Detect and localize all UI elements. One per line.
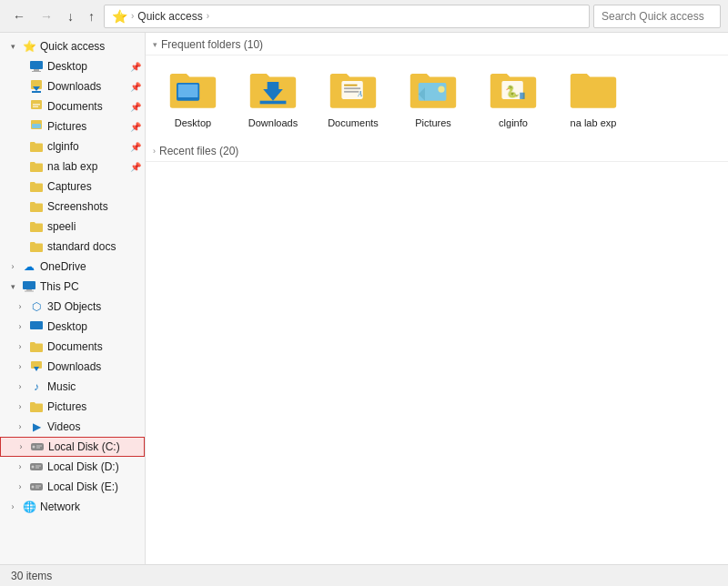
pc-desktop-icon bbox=[29, 319, 44, 334]
expand-icon-locald: › bbox=[15, 462, 25, 471]
sidebar-item-clginfo[interactable]: clginfo 📌 bbox=[0, 136, 145, 157]
sidebar-item-music[interactable]: › ♪ Music bbox=[0, 377, 145, 397]
svg-point-22 bbox=[32, 466, 35, 469]
sidebar-item-3dobjects[interactable]: › ⬡ 3D Objects bbox=[0, 297, 145, 317]
disk-c-icon bbox=[30, 440, 45, 454]
svg-rect-24 bbox=[35, 468, 39, 469]
sidebar-label-pictures: Pictures bbox=[47, 120, 86, 133]
svg-rect-7 bbox=[33, 104, 40, 106]
frequent-folders-label: Frequent folders (10) bbox=[161, 38, 263, 51]
folder-screenshots-icon bbox=[29, 199, 44, 214]
sidebar-label-3dobjects: 3D Objects bbox=[47, 300, 101, 313]
sidebar-item-standarddocs[interactable]: standard docs bbox=[0, 237, 145, 257]
folder-item-downloads[interactable]: Downloads bbox=[237, 63, 309, 132]
expand-icon-onedrive: › bbox=[7, 262, 18, 271]
pictures-icon bbox=[29, 119, 44, 134]
sidebar-item-speeli[interactable]: speeli bbox=[0, 217, 145, 237]
sidebar-label-nalab: na lab exp bbox=[47, 160, 97, 173]
sidebar-item-nalab[interactable]: na lab exp 📌 bbox=[0, 157, 145, 177]
folder-item-documents[interactable]: A Documents bbox=[317, 63, 389, 132]
up-button[interactable]: ↑ bbox=[83, 5, 100, 27]
sidebar-item-pc-desktop[interactable]: › Desktop bbox=[0, 317, 145, 337]
frequent-folders-header[interactable]: ▾ Frequent folders (10) bbox=[146, 33, 728, 56]
sidebar-label-screenshots: Screenshots bbox=[47, 200, 108, 213]
expand-icon-music: › bbox=[15, 382, 25, 391]
sidebar-item-onedrive[interactable]: › ☁ OneDrive bbox=[0, 257, 145, 277]
sidebar-item-pc-documents[interactable]: › Documents bbox=[0, 337, 145, 357]
folder-item-clginfo[interactable]: 🐍 clginfo bbox=[477, 63, 550, 132]
star-icon: ⭐ bbox=[22, 39, 36, 54]
pin-icon-nalab: 📌 bbox=[130, 162, 141, 172]
expand-icon-pc-documents: › bbox=[15, 342, 25, 351]
recent-files-label: Recent files (20) bbox=[159, 145, 238, 157]
svg-rect-44 bbox=[520, 93, 524, 99]
pc-documents-icon bbox=[29, 339, 44, 354]
folder-label-desktop: Desktop bbox=[175, 117, 211, 128]
svg-rect-2 bbox=[32, 71, 41, 72]
toolbar: ← → ↓ ↑ ⭐ › Quick access › bbox=[0, 0, 728, 33]
disk-e-icon bbox=[29, 480, 44, 494]
expand-icon-3dobjects: › bbox=[15, 302, 25, 311]
svg-point-26 bbox=[32, 486, 35, 489]
sidebar-item-documents[interactable]: Documents 📌 bbox=[0, 96, 145, 116]
expand-icon-pc-desktop: › bbox=[15, 322, 25, 331]
breadcrumb-separator: › bbox=[131, 11, 134, 21]
folder-icon-downloads bbox=[246, 66, 300, 114]
sidebar-item-downloads[interactable]: Downloads 📌 bbox=[0, 76, 145, 96]
sidebar-item-videos[interactable]: › ▶ Videos bbox=[0, 417, 145, 437]
videos-icon: ▶ bbox=[29, 419, 44, 434]
sidebar-label-captures: Captures bbox=[47, 180, 92, 193]
svg-rect-23 bbox=[35, 466, 41, 467]
sidebar-item-locale[interactable]: › Local Disk (E:) bbox=[0, 477, 145, 497]
svg-rect-27 bbox=[35, 486, 41, 487]
sidebar-item-localc[interactable]: › Local Disk (C:) bbox=[0, 437, 145, 457]
pin-icon-pictures: 📌 bbox=[130, 122, 141, 132]
sidebar-item-locald[interactable]: › Local Disk (D:) bbox=[0, 457, 145, 477]
svg-rect-12 bbox=[26, 289, 32, 291]
network-icon: 🌐 bbox=[22, 500, 36, 514]
svg-rect-28 bbox=[35, 488, 39, 489]
sidebar-item-pc-pictures[interactable]: › Pictures bbox=[0, 397, 145, 417]
forward-button[interactable]: → bbox=[35, 5, 58, 27]
expand-icon-videos: › bbox=[15, 422, 25, 431]
sidebar-item-quick-access[interactable]: ▾ ⭐ Quick access bbox=[0, 36, 145, 56]
pc-downloads-icon bbox=[29, 359, 44, 374]
folder-item-pictures[interactable]: Pictures bbox=[397, 63, 470, 132]
svg-rect-1 bbox=[34, 69, 39, 71]
sidebar-label-pc-documents: Documents bbox=[47, 340, 103, 353]
folder-item-nalab[interactable]: na lab exp bbox=[557, 63, 630, 132]
folder-item-desktop[interactable]: Desktop bbox=[157, 63, 229, 132]
breadcrumb-star-icon: ⭐ bbox=[112, 9, 127, 24]
sidebar-item-network[interactable]: › 🌐 Network bbox=[0, 497, 145, 517]
sidebar-label-quick-access: Quick access bbox=[40, 40, 105, 53]
sidebar-item-pictures[interactable]: Pictures 📌 bbox=[0, 116, 145, 136]
sidebar-label-network: Network bbox=[40, 500, 80, 513]
documents-icon bbox=[29, 99, 44, 114]
recent-button[interactable]: ↓ bbox=[62, 5, 79, 27]
recent-files-header[interactable]: › Recent files (20) bbox=[146, 139, 728, 162]
svg-point-18 bbox=[33, 446, 35, 449]
svg-rect-35 bbox=[344, 85, 357, 86]
main-area: ▾ ⭐ Quick access Desktop 📌 Downloads 📌 bbox=[0, 33, 728, 564]
back-button[interactable]: ← bbox=[7, 5, 31, 27]
onedrive-icon: ☁ bbox=[22, 259, 36, 274]
sidebar-item-screenshots[interactable]: Screenshots bbox=[0, 197, 145, 217]
3dobjects-icon: ⬡ bbox=[29, 299, 44, 314]
pin-icon-clginfo: 📌 bbox=[130, 142, 141, 152]
folder-captures-icon bbox=[29, 179, 44, 194]
sidebar-item-desktop[interactable]: Desktop 📌 bbox=[0, 56, 145, 76]
sidebar-label-speeli: speeli bbox=[47, 220, 76, 233]
music-icon: ♪ bbox=[29, 379, 44, 394]
svg-marker-16 bbox=[34, 367, 39, 371]
breadcrumb-bar[interactable]: ⭐ › Quick access › bbox=[104, 5, 590, 28]
sidebar-item-pc-downloads[interactable]: › Downloads bbox=[0, 357, 145, 377]
folder-standarddocs-icon bbox=[29, 239, 44, 254]
search-input[interactable] bbox=[593, 5, 721, 28]
sidebar-item-thispc[interactable]: ▾ This PC bbox=[0, 277, 145, 297]
folder-label-documents: Documents bbox=[328, 117, 379, 128]
sidebar-label-videos: Videos bbox=[47, 420, 80, 433]
folder-label-pictures: Pictures bbox=[415, 117, 451, 128]
thispc-icon bbox=[22, 279, 36, 294]
sidebar-item-captures[interactable]: Captures bbox=[0, 177, 145, 197]
sidebar-label-pc-pictures: Pictures bbox=[47, 400, 86, 413]
